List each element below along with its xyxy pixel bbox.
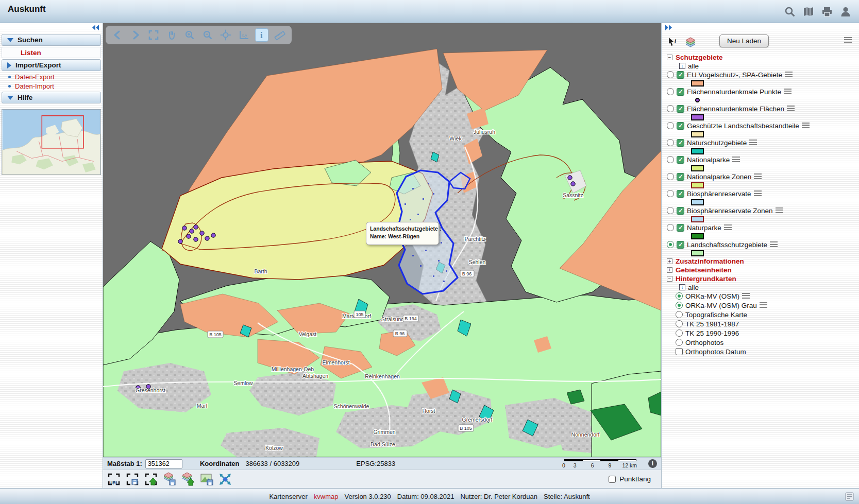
- basemap-radio[interactable]: [676, 320, 683, 327]
- menu-item-listen[interactable]: Listen: [2, 47, 101, 58]
- basemap-label[interactable]: Topografische Karte: [685, 311, 747, 319]
- layer-menu-icon[interactable]: [760, 302, 767, 308]
- layer-checkbox[interactable]: [677, 173, 684, 181]
- full-extent-button[interactable]: [147, 28, 160, 42]
- layer-radio[interactable]: [667, 139, 674, 146]
- collapse-toggle-icon[interactable]: −: [667, 276, 672, 282]
- layer-checkbox[interactable]: [677, 156, 684, 164]
- layers-icon[interactable]: [684, 37, 697, 48]
- basemap-label[interactable]: TK 25 1990-1996: [685, 329, 739, 337]
- collapse-sidebar-icon[interactable]: [92, 24, 99, 31]
- layer-radio[interactable]: [667, 207, 674, 214]
- zoom-in-button[interactable]: [183, 28, 196, 42]
- extent-load-button[interactable]: [143, 472, 159, 486]
- overview-map[interactable]: [2, 109, 101, 175]
- history-forward-button[interactable]: [129, 28, 142, 42]
- layer-checkbox[interactable]: [677, 190, 684, 198]
- layer-menu-icon[interactable]: [749, 140, 757, 146]
- basemap-label[interactable]: ORKa-MV (OSM) Grau: [685, 302, 757, 309]
- layer-label[interactable]: Landschaftsschutzgebiete: [687, 241, 767, 249]
- extent-url-button[interactable]: URL: [106, 472, 122, 486]
- layer-checkbox[interactable]: [677, 224, 684, 232]
- layer-menu-icon[interactable]: [754, 190, 762, 197]
- expand-toggle-icon[interactable]: +: [667, 258, 672, 264]
- info-tool-button[interactable]: i: [255, 28, 268, 42]
- layer-checkbox[interactable]: [677, 139, 684, 147]
- expand-toggle-icon[interactable]: +: [667, 267, 672, 273]
- layer-radio[interactable]: [667, 241, 674, 248]
- zoom-out-button[interactable]: [201, 28, 214, 42]
- pan-tool-button[interactable]: [165, 28, 178, 42]
- basemap-label[interactable]: Orthophotos: [685, 339, 723, 346]
- menu-section-suchen[interactable]: Suchen: [2, 34, 101, 46]
- print-icon[interactable]: [821, 6, 833, 18]
- layer-label[interactable]: EU Vogelschutz-, SPA-Gebiete: [687, 71, 782, 79]
- legend-menu-icon[interactable]: [844, 37, 852, 43]
- history-back-button[interactable]: [111, 28, 124, 42]
- basemap-radio[interactable]: [676, 311, 683, 318]
- select-all-row[interactable]: ↓ alle: [667, 283, 859, 291]
- layer-radio[interactable]: [667, 224, 674, 231]
- layers-save-button[interactable]: [162, 472, 177, 486]
- layer-label[interactable]: Naturparke: [687, 224, 721, 232]
- punktfang-checkbox[interactable]: [609, 476, 616, 483]
- layer-menu-icon[interactable]: [742, 293, 750, 299]
- basemap-checkbox[interactable]: [676, 348, 683, 355]
- layer-radio[interactable]: [667, 173, 674, 180]
- group-label[interactable]: Zusatzinformationen: [676, 257, 744, 265]
- layer-checkbox[interactable]: [677, 241, 684, 249]
- layer-checkbox[interactable]: [677, 71, 684, 79]
- basemap-radio[interactable]: [676, 329, 683, 337]
- layer-label[interactable]: Geschützte Landschaftsbestandteile: [687, 122, 799, 130]
- basemap-label[interactable]: Orthophotos Datum: [685, 348, 746, 356]
- layer-radio[interactable]: [667, 156, 674, 163]
- layer-menu-icon[interactable]: [770, 241, 778, 248]
- basemap-radio[interactable]: [676, 292, 683, 300]
- layer-checkbox[interactable]: [677, 122, 684, 130]
- layer-menu-icon[interactable]: [785, 72, 793, 78]
- group-label[interactable]: Gebietseinheiten: [676, 266, 732, 274]
- layer-label[interactable]: Biosphärenreservate: [687, 190, 751, 198]
- layer-radio[interactable]: [667, 105, 674, 112]
- layer-menu-icon[interactable]: [787, 106, 795, 112]
- info-select-icon[interactable]: i: [668, 37, 679, 47]
- info-button[interactable]: i: [648, 459, 657, 468]
- basemap-radio[interactable]: [676, 302, 683, 309]
- extent-save-button[interactable]: [125, 472, 140, 486]
- map-icon[interactable]: [802, 6, 815, 18]
- layer-label[interactable]: Biosphärenreservate Zonen: [687, 207, 773, 215]
- map-canvas[interactable]: Wiek Juliusruh Sassnitz Parchtitz Sehlen…: [103, 23, 661, 457]
- layer-checkbox[interactable]: [677, 207, 684, 215]
- layer-menu-icon[interactable]: [732, 157, 740, 163]
- basemap-label[interactable]: TK 25 1981-1987: [685, 320, 739, 328]
- collapse-toggle-icon[interactable]: −: [667, 55, 672, 60]
- expand-legend-icon[interactable]: [665, 24, 672, 31]
- basemap-label[interactable]: ORKa-MV (OSM): [685, 292, 739, 300]
- layer-label[interactable]: Naturschutzgebiete: [687, 139, 747, 147]
- menu-item-daten-export[interactable]: Daten-Export: [1, 72, 102, 81]
- layer-menu-icon[interactable]: [776, 207, 783, 214]
- group-label[interactable]: Hintergrundkarten: [676, 275, 736, 283]
- layer-menu-icon[interactable]: [754, 173, 762, 180]
- zoom-extent-button[interactable]: [217, 472, 233, 486]
- search-icon[interactable]: [784, 6, 796, 18]
- recenter-button[interactable]: [219, 28, 232, 42]
- layers-load-button[interactable]: [180, 472, 196, 486]
- user-icon[interactable]: [839, 6, 852, 18]
- layer-radio[interactable]: [667, 122, 674, 129]
- layer-menu-icon[interactable]: [784, 89, 791, 95]
- layer-menu-icon[interactable]: [724, 224, 732, 231]
- layer-menu-icon[interactable]: [802, 123, 810, 129]
- group-label[interactable]: Schutzgebiete: [676, 54, 723, 61]
- layer-checkbox[interactable]: [677, 88, 684, 96]
- layer-radio[interactable]: [667, 88, 674, 95]
- menu-section-import-export[interactable]: Import/Export: [2, 59, 101, 71]
- layer-checkbox[interactable]: [677, 105, 684, 113]
- menu-section-hilfe[interactable]: Hilfe: [2, 92, 101, 103]
- menu-item-daten-import[interactable]: Daten-Import: [1, 81, 102, 91]
- layer-label[interactable]: Nationalparke: [687, 156, 730, 164]
- layer-label[interactable]: Flächennaturdenkmale Punkte: [687, 88, 781, 96]
- layer-radio[interactable]: [667, 71, 674, 78]
- basemap-radio[interactable]: [676, 339, 683, 346]
- layer-label[interactable]: Nationalparke Zonen: [687, 173, 751, 181]
